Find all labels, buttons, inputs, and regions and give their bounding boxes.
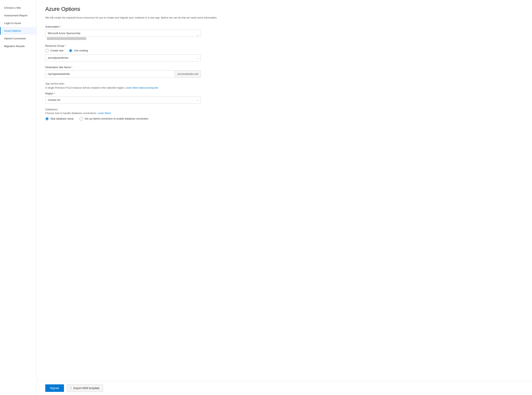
footer-bar: Migrate ↑ Export ARM template [36, 381, 532, 395]
resource-group-radio-row: Create new Use existing [45, 49, 201, 52]
skip-database-option[interactable]: Skip database setup [45, 117, 74, 121]
skip-database-label: Skip database setup [50, 117, 74, 120]
create-new-label: Create new [50, 49, 63, 52]
resource-group-dropdown-wrapper: azuretipsandtricks ⌄ [45, 54, 201, 61]
destination-required: * [71, 66, 72, 69]
skip-database-radio[interactable] [45, 117, 49, 121]
resource-group-dropdown[interactable]: azuretipsandtricks [45, 54, 201, 61]
region-dropdown[interactable]: Central US [45, 97, 201, 104]
page-title: Azure Options [45, 6, 523, 12]
sidebar-item-label: Choose a Site [4, 6, 21, 9]
hybrid-connection-radio[interactable] [80, 117, 83, 121]
sidebar-item-label: Migration Results [4, 45, 25, 48]
sidebar-item-azure-options[interactable]: Azure Options [0, 27, 36, 35]
sidebar-item-choose-a-site[interactable]: Choose a Site [0, 4, 36, 12]
migrate-button[interactable]: Migrate [45, 384, 64, 392]
subscription-dropdown-wrapper: Microsoft Azure Sponsorship ⌄ [45, 30, 201, 40]
destination-site-name-label: Destination Site Name * [45, 66, 201, 69]
subscription-dropdown[interactable]: Microsoft Azure Sponsorship [45, 30, 201, 37]
subscription-required: * [60, 25, 61, 28]
subscription-label: Subscription * [45, 25, 201, 28]
resource-group-required: * [65, 44, 65, 47]
create-new-option[interactable]: Create new [45, 49, 63, 52]
databases-desc: Choose how to handle database connection… [45, 112, 201, 115]
export-arm-label: Export ARM template [73, 387, 99, 390]
databases-label: Databases [45, 108, 201, 111]
use-existing-label: Use existing [74, 49, 88, 52]
main-content: Azure Options We will create the require… [36, 0, 532, 395]
sidebar-item-label: Azure Options [4, 29, 21, 32]
databases-section: Databases Choose how to handle database … [45, 108, 201, 121]
sidebar-item-hybrid-connection[interactable]: Hybrid Connection [0, 35, 36, 42]
sidebar-item-label: Login to Azure [4, 22, 21, 25]
sidebar-item-label: Assessment Report [4, 14, 27, 17]
export-icon: ↑ [71, 386, 72, 390]
destination-site-name-field: .azurewebsites.net [45, 70, 201, 78]
export-arm-template-button[interactable]: ↑ Export ARM template [67, 384, 103, 392]
hybrid-connection-label: Set up hybrid connection to enable datab… [85, 117, 148, 120]
use-existing-option[interactable]: Use existing [69, 49, 88, 52]
sidebar-item-login-to-azure[interactable]: Login to Azure [0, 19, 36, 27]
sidebar-item-assessment-report[interactable]: Assessment Report [0, 12, 36, 19]
app-service-plan-desc: A single Premium P1v2 instance will be c… [45, 86, 201, 89]
create-new-radio[interactable] [45, 49, 49, 52]
use-existing-radio[interactable] [69, 49, 72, 52]
sidebar-item-migration-results[interactable]: Migration Results [0, 42, 36, 50]
databases-learn-more-link[interactable]: Learn More [98, 112, 111, 115]
app-service-plan-title: App service plan [45, 82, 201, 85]
subscription-blurred-id [47, 37, 86, 40]
page-description: We will create the required Azure resour… [45, 16, 223, 20]
destination-site-name-input[interactable] [45, 71, 174, 77]
learn-more-pricing-link[interactable]: Learn More about pricing tier [125, 86, 158, 89]
hybrid-connection-option[interactable]: Set up hybrid connection to enable datab… [80, 117, 148, 121]
resource-group-label: Resource Group * [45, 44, 201, 47]
region-dropdown-wrapper: Central US ⌄ [45, 97, 201, 104]
database-radio-row: Skip database setup Set up hybrid connec… [45, 117, 201, 121]
sidebar-item-label: Hybrid Connection [4, 37, 26, 40]
destination-suffix: .azurewebsites.net [174, 71, 201, 77]
form-section: Subscription * Microsoft Azure Sponsorsh… [45, 25, 201, 121]
sidebar: Choose a Site Assessment Report Login to… [0, 0, 36, 395]
region-required: * [54, 92, 55, 95]
region-label: Region * [45, 92, 201, 95]
